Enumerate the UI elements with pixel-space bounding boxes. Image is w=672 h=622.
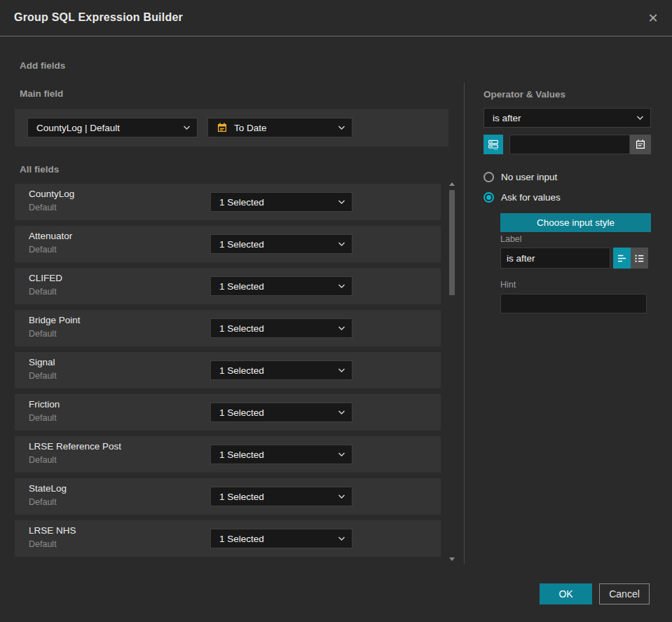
chevron-down-icon [636, 116, 644, 121]
align-left-icon [617, 253, 627, 264]
main-field-panel: CountyLog | Default To Date [15, 109, 448, 147]
field-selected-dropdown[interactable]: 1 Selected [210, 445, 352, 464]
stacked-values-icon [488, 139, 499, 150]
field-row: Attenuator Default 1 Selected [15, 226, 441, 262]
close-icon[interactable]: ✕ [644, 9, 662, 27]
chevron-down-icon [338, 126, 345, 130]
field-selected-dropdown[interactable]: 1 Selected [210, 529, 352, 548]
fields-list-scrollbar[interactable] [448, 181, 455, 563]
main-field-dropdown[interactable]: CountyLog | Default [27, 118, 198, 137]
chevron-down-icon [338, 242, 345, 247]
add-fields-heading: Add fields [20, 60, 65, 71]
field-row: Signal Default 1 Selected [15, 352, 441, 388]
operator-dropdown[interactable]: is after [484, 108, 651, 128]
field-name: LRSE Reference Post [29, 441, 121, 452]
bullet-list-icon [634, 253, 645, 264]
field-row: Bridge Point Default 1 Selected [15, 310, 441, 346]
field-name: Signal [29, 357, 55, 367]
field-name: LRSE NHS [29, 525, 76, 536]
operator-values-heading: Operator & Values [484, 89, 565, 100]
dialog-title: Group SQL Expression Builder [14, 11, 183, 24]
date-field-dropdown[interactable]: To Date [207, 118, 352, 137]
field-selected-dropdown[interactable]: 1 Selected [210, 192, 352, 212]
field-subtitle: Default [29, 287, 57, 297]
vertical-divider [464, 83, 465, 564]
chevron-down-icon [338, 536, 345, 541]
chevron-down-icon [338, 326, 345, 331]
field-selected-value: 1 Selected [219, 534, 264, 544]
choose-input-style-button[interactable]: Choose input style [500, 213, 651, 232]
field-row: LRSE Reference Post Default 1 Selected [15, 436, 441, 473]
field-selected-value: 1 Selected [219, 323, 264, 334]
field-row: Friction Default 1 Selected [15, 394, 441, 431]
field-name: CLIFED [29, 273, 62, 283]
input-style-single-line-button[interactable] [613, 248, 631, 269]
field-selected-dropdown[interactable]: 1 Selected [210, 318, 352, 338]
field-row: CountyLog Default 1 Selected [15, 184, 441, 220]
date-value-input[interactable] [509, 135, 630, 154]
hint-label: Hint [500, 280, 516, 290]
field-subtitle: Default [29, 455, 57, 465]
field-subtitle: Default [29, 413, 57, 423]
main-field-dropdown-value: CountyLog | Default [36, 123, 120, 133]
dialog-titlebar: Group SQL Expression Builder ✕ [0, 0, 672, 36]
input-style-list-button[interactable] [631, 248, 648, 269]
multiple-values-toggle-button[interactable] [484, 135, 503, 154]
field-subtitle: Default [29, 203, 57, 212]
radio-selected-icon[interactable] [484, 192, 494, 203]
field-subtitle: Default [29, 245, 57, 255]
field-selected-value: 1 Selected [219, 197, 264, 208]
chevron-down-icon [338, 368, 345, 373]
field-row: CLIFED Default 1 Selected [15, 268, 441, 304]
calendar-date-icon [217, 122, 228, 133]
field-name: StateLog [29, 483, 67, 494]
field-row: StateLog Default 1 Selected [15, 478, 441, 515]
field-name: Bridge Point [29, 315, 81, 325]
field-row: LRSE NHS Default 1 Selected [15, 520, 441, 557]
calendar-icon [635, 139, 646, 150]
chevron-down-icon [338, 200, 345, 205]
radio-no-user-input-label: No user input [501, 172, 557, 182]
all-fields-list: CountyLog Default 1 Selected Attenuator … [15, 184, 441, 557]
field-selected-value: 1 Selected [219, 492, 264, 502]
field-selected-dropdown[interactable]: 1 Selected [210, 234, 352, 254]
radio-no-user-input[interactable]: No user input [484, 172, 557, 182]
label-label: Label [500, 234, 522, 244]
main-field-label: Main field [20, 88, 63, 99]
scrollbar-thumb[interactable] [449, 190, 455, 295]
radio-circle-icon[interactable] [484, 172, 494, 182]
chevron-down-icon [338, 284, 345, 289]
field-selected-dropdown[interactable]: 1 Selected [210, 403, 352, 422]
operator-dropdown-value: is after [493, 113, 521, 123]
field-selected-value: 1 Selected [219, 281, 264, 292]
field-subtitle: Default [29, 539, 57, 549]
field-name: Friction [29, 399, 60, 410]
field-selected-dropdown[interactable]: 1 Selected [210, 276, 352, 296]
field-name: CountyLog [29, 189, 74, 199]
ok-button[interactable]: OK [540, 583, 592, 604]
radio-ask-for-values-label: Ask for values [501, 192, 561, 203]
scroll-up-arrow-icon[interactable] [449, 182, 455, 186]
field-name: Attenuator [29, 231, 72, 241]
field-selected-value: 1 Selected [219, 239, 264, 250]
chevron-down-icon [338, 494, 345, 499]
hint-input[interactable] [500, 294, 647, 313]
chevron-down-icon [183, 126, 191, 130]
date-picker-button[interactable] [630, 135, 651, 154]
field-subtitle: Default [29, 371, 57, 381]
field-selected-dropdown[interactable]: 1 Selected [210, 360, 352, 380]
field-subtitle: Default [29, 329, 57, 339]
group-sql-expression-builder-dialog: Group SQL Expression Builder ✕ Add field… [0, 0, 672, 622]
cancel-button[interactable]: Cancel [599, 583, 650, 604]
scroll-down-arrow-icon[interactable] [449, 557, 455, 561]
all-fields-label: All fields [20, 164, 59, 175]
date-field-dropdown-value: To Date [234, 123, 267, 133]
field-selected-value: 1 Selected [219, 365, 264, 376]
label-input[interactable] [500, 248, 610, 269]
field-selected-value: 1 Selected [219, 449, 264, 460]
field-selected-dropdown[interactable]: 1 Selected [210, 487, 352, 506]
chevron-down-icon [338, 410, 345, 415]
chevron-down-icon [338, 452, 345, 457]
field-selected-value: 1 Selected [219, 407, 264, 418]
radio-ask-for-values[interactable]: Ask for values [484, 192, 561, 203]
